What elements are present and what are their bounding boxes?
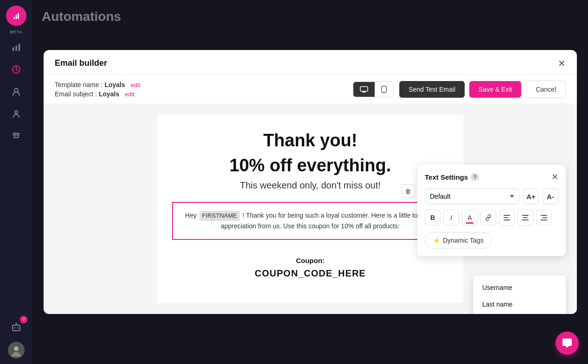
- firstname-dynamic-tag: FIRSTNAME: [199, 211, 240, 221]
- svg-rect-6: [19, 44, 20, 51]
- svg-point-15: [14, 346, 19, 351]
- svg-rect-24: [522, 220, 529, 220]
- toolbar-actions: Send Test Email Save & Exit Cancel: [399, 81, 566, 98]
- logo[interactable]: [6, 6, 26, 26]
- panel-close-button[interactable]: ✕: [551, 172, 558, 182]
- email-body-text: Hey FIRSTNAME ! Thank you for being such…: [180, 210, 440, 232]
- panel-header: Text Settings ? ✕: [425, 172, 558, 182]
- italic-button[interactable]: I: [443, 210, 459, 226]
- sidebar-item-contacts[interactable]: [7, 82, 26, 101]
- chat-fab-button[interactable]: [556, 332, 579, 355]
- template-name-line: Template name : Loyals edit: [55, 81, 141, 88]
- color-underline: [466, 222, 473, 224]
- svg-point-13: [16, 323, 17, 324]
- dynamic-tags-label: Dynamic Tags: [443, 237, 484, 244]
- font-size-decrease-button[interactable]: A-: [543, 188, 558, 204]
- panel-title-text: Text Settings: [425, 173, 468, 181]
- email-headline-1: Thank you!: [172, 130, 448, 151]
- modal-close-button[interactable]: ✕: [558, 59, 566, 68]
- view-mobile-button[interactable]: [375, 82, 393, 97]
- svg-rect-21: [504, 220, 510, 220]
- panel-title: Text Settings ?: [425, 173, 479, 181]
- svg-rect-10: [13, 325, 20, 331]
- email-text-block[interactable]: Hey FIRSTNAME ! Thank you for being such…: [172, 202, 448, 240]
- svg-point-14: [12, 352, 21, 357]
- sidebar-item-products[interactable]: [7, 127, 26, 145]
- email-subject-line: Email subject : Loyals edit: [55, 90, 141, 98]
- bot-icon-wrapper[interactable]: 7: [7, 318, 26, 336]
- email-canvas: Thank you! 10% off everything. This week…: [44, 104, 577, 314]
- svg-rect-16: [360, 87, 368, 91]
- sidebar-bottom: 7: [7, 318, 26, 358]
- dropdown-item-username[interactable]: Username: [473, 279, 566, 296]
- font-family-select[interactable]: Default: [425, 188, 519, 204]
- text-settings-panel: Text Settings ? ✕ Default A+ A- B I: [417, 164, 566, 256]
- send-test-email-button[interactable]: Send Test Email: [399, 81, 465, 98]
- link-button[interactable]: [480, 210, 496, 226]
- view-toggle: [353, 82, 394, 97]
- logo-icon: [11, 10, 22, 21]
- beta-label: beta: [10, 30, 23, 34]
- modal-header: Email builder ✕: [44, 50, 577, 75]
- svg-rect-3: [18, 13, 19, 19]
- save-exit-button[interactable]: Save & Exit: [469, 81, 521, 98]
- sidebar-item-person[interactable]: [7, 105, 26, 123]
- block-delete-button[interactable]: 🗑: [401, 184, 415, 198]
- bot-notification-badge: 7: [20, 316, 27, 323]
- dynamic-tags-dropdown: Username Last name First name: [473, 276, 566, 314]
- lightning-icon: ⚡: [433, 237, 440, 244]
- coupon-label: Coupon:: [181, 257, 439, 264]
- bold-button[interactable]: B: [425, 210, 441, 226]
- body-text-rest: ! Thank you for being such a loyal custo…: [221, 212, 435, 230]
- email-subject-label: Email subject :: [55, 90, 97, 98]
- coupon-code: COUPON_CODE_HERE: [181, 268, 439, 279]
- svg-rect-4: [13, 47, 14, 51]
- modal-overlay: Email builder ✕ Template name : Loyals e…: [32, 0, 588, 364]
- svg-rect-26: [543, 217, 547, 218]
- svg-rect-23: [523, 217, 528, 218]
- font-size-increase-button[interactable]: A+: [523, 188, 539, 204]
- sidebar-item-chart[interactable]: [7, 38, 26, 56]
- toolbar-row: Template name : Loyals edit Email subjec…: [44, 75, 577, 104]
- dropdown-item-firstname[interactable]: First name: [473, 313, 566, 314]
- modal-title: Email builder: [55, 58, 107, 68]
- svg-point-11: [14, 327, 16, 329]
- template-name-value: Loyals: [104, 81, 125, 88]
- align-center-button[interactable]: [518, 210, 533, 226]
- coupon-section: Coupon: COUPON_CODE_HERE: [172, 247, 448, 288]
- template-name-edit[interactable]: edit: [131, 82, 141, 88]
- align-right-button[interactable]: [536, 210, 552, 226]
- format-row: B I A: [425, 210, 558, 226]
- svg-rect-22: [522, 215, 529, 216]
- email-builder-modal: Email builder ✕ Template name : Loyals e…: [44, 50, 577, 314]
- body-text-hey: Hey: [185, 212, 197, 219]
- font-row: Default A+ A-: [425, 188, 558, 204]
- sidebar-item-automations[interactable]: [7, 60, 26, 79]
- text-color-button[interactable]: A: [462, 210, 478, 226]
- svg-point-18: [383, 91, 384, 92]
- email-subject-edit[interactable]: edit: [125, 91, 134, 98]
- email-headline-2: 10% off everything.: [172, 155, 448, 176]
- email-subject-value: Loyals: [99, 90, 119, 98]
- template-info: Template name : Loyals edit Email subjec…: [55, 81, 141, 98]
- sidebar: beta: [0, 0, 32, 364]
- help-icon[interactable]: ?: [471, 173, 479, 181]
- svg-rect-20: [504, 217, 508, 218]
- template-name-label: Template name :: [55, 81, 103, 88]
- svg-rect-5: [16, 45, 17, 51]
- svg-rect-2: [16, 15, 17, 19]
- user-avatar[interactable]: [8, 342, 25, 358]
- svg-rect-19: [504, 215, 510, 216]
- svg-point-8: [14, 88, 18, 92]
- text-color-label: A: [467, 214, 472, 221]
- dropdown-item-lastname[interactable]: Last name: [473, 296, 566, 313]
- svg-rect-1: [13, 17, 15, 19]
- align-left-button[interactable]: [499, 210, 515, 226]
- svg-point-12: [17, 327, 19, 329]
- cancel-button[interactable]: Cancel: [526, 81, 566, 98]
- svg-point-9: [15, 111, 18, 113]
- dynamic-tags-button[interactable]: ⚡ Dynamic Tags: [425, 232, 492, 249]
- view-desktop-button[interactable]: [353, 82, 375, 97]
- svg-rect-27: [541, 220, 547, 220]
- svg-rect-25: [541, 215, 547, 216]
